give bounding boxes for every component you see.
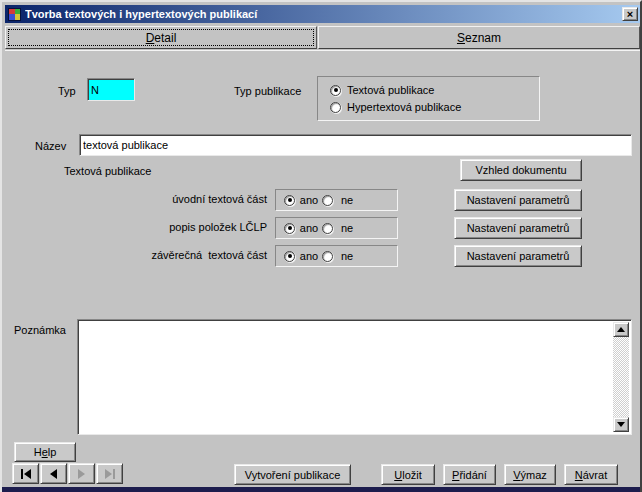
first-record-icon[interactable]: [12, 463, 39, 484]
zaverecna-cast-label: závěrečná textová část: [62, 249, 267, 261]
radio-ano-label: ano: [296, 222, 322, 234]
dialog-window: Tvorba textových i hypertextových publik…: [0, 0, 642, 492]
typ-label: Typ: [58, 85, 76, 97]
publication-type-group: Textová publikace Hypertextová publikace: [317, 76, 540, 121]
nastaveni-parametru-button-2[interactable]: Nastavení parametrů: [454, 217, 582, 239]
radio-ne-label: ne: [334, 194, 360, 206]
tab-detail[interactable]: Detail: [5, 26, 317, 49]
scroll-down-icon[interactable]: [613, 417, 629, 432]
app-icon: [8, 8, 21, 21]
window-title: Tvorba textových i hypertextových publik…: [25, 8, 618, 20]
uvodni-cast-label: úvodní textová část: [62, 193, 267, 205]
typ-publikace-label: Typ publikace: [234, 85, 301, 97]
poznamka-memo-text: [80, 322, 611, 432]
radio-ano-label: ano: [296, 194, 322, 206]
radio-option-textova-publikace[interactable]: Textová publikace: [330, 84, 539, 96]
tab-detail-label: Detail: [146, 31, 177, 45]
radio-icon: [330, 85, 341, 96]
titlebar[interactable]: Tvorba textových i hypertextových publik…: [5, 5, 641, 23]
pridani-button[interactable]: Přidání: [443, 464, 496, 485]
vzhled-dokumentu-button[interactable]: Vzhled dokumentu: [460, 159, 582, 181]
radio-label: Hypertextová publikace: [347, 101, 461, 113]
radio-icon: [330, 102, 341, 113]
prev-record-icon[interactable]: [40, 463, 67, 484]
radio-ano-icon[interactable]: [284, 251, 295, 262]
window-bottom-edge: [2, 487, 640, 492]
radio-label: Textová publikace: [347, 84, 434, 96]
nazev-label: Název: [35, 140, 66, 152]
tab-seznam-label: Seznam: [457, 31, 501, 45]
radio-ne-icon[interactable]: [322, 195, 333, 206]
radio-ne-icon[interactable]: [322, 223, 333, 234]
section-heading: Textová publikace: [64, 165, 151, 177]
nazev-input[interactable]: [79, 134, 632, 156]
ulozit-button[interactable]: Uložit: [381, 464, 435, 485]
zaverecna-cast-radio-panel: ano ne: [275, 245, 398, 267]
nastaveni-parametru-button-1[interactable]: Nastavení parametrů: [454, 189, 582, 211]
memo-scrollbar[interactable]: [613, 322, 629, 432]
radio-option-hypertextova-publikace[interactable]: Hypertextová publikace: [330, 101, 539, 113]
close-icon[interactable]: ×: [622, 7, 638, 21]
help-button[interactable]: Help: [14, 442, 76, 462]
radio-ne-icon[interactable]: [322, 251, 333, 262]
vymaz-button[interactable]: Výmaz: [504, 464, 556, 485]
radio-ano-icon[interactable]: [284, 223, 295, 234]
typ-input[interactable]: [87, 78, 135, 101]
last-record-icon[interactable]: [96, 463, 123, 484]
navrat-button[interactable]: Návrat: [564, 464, 618, 485]
uvodni-cast-radio-panel: ano ne: [275, 189, 398, 211]
radio-ne-label: ne: [334, 222, 360, 234]
poznamka-memo[interactable]: [77, 319, 632, 435]
next-record-icon[interactable]: [68, 463, 95, 484]
radio-ano-label: ano: [296, 250, 322, 262]
radio-ano-icon[interactable]: [284, 195, 295, 206]
popis-polozek-label: popis položek LČLP: [62, 221, 267, 233]
poznamka-label: Poznámka: [14, 324, 66, 336]
scroll-up-icon[interactable]: [613, 322, 629, 337]
tab-seznam[interactable]: Seznam: [318, 26, 640, 49]
tabbar-highlight: [5, 50, 641, 51]
vytvoreni-publikace-button[interactable]: Vytvoření publikace: [234, 464, 351, 485]
nastaveni-parametru-button-3[interactable]: Nastavení parametrů: [454, 245, 582, 267]
radio-ne-label: ne: [334, 250, 360, 262]
popis-polozek-radio-panel: ano ne: [275, 217, 398, 239]
